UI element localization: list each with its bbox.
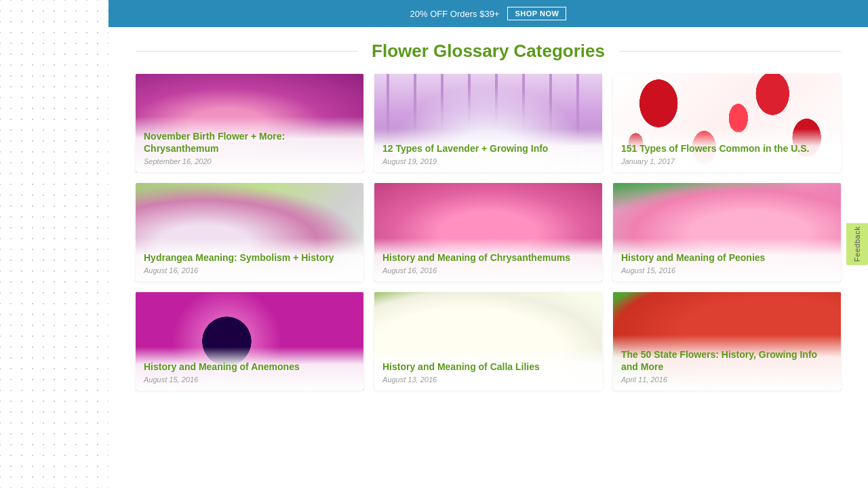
card-anemones[interactable]: History and Meaning of Anemones August 1… xyxy=(136,292,363,390)
card-body-red-flowers: 151 Types of Flowers Common in the U.S. … xyxy=(613,129,841,172)
card-date-chrysanthemum2: August 16, 2016 xyxy=(382,266,594,274)
card-date-red-flowers: January 1, 2017 xyxy=(621,157,833,165)
card-image-wrapper: 151 Types of Flowers Common in the U.S. … xyxy=(613,74,841,172)
card-date-anemones: August 15, 2016 xyxy=(144,375,355,384)
card-title-peonies: History and Meaning of Peonies xyxy=(621,251,833,264)
page-title-container: Flower Glossary Categories xyxy=(136,41,841,62)
card-body-chrysanthemum: November Birth Flower + More: Chrysanthe… xyxy=(136,117,363,172)
card-image-wrapper: History and Meaning of Anemones August 1… xyxy=(136,292,363,390)
card-chrysanthemum[interactable]: November Birth Flower + More: Chrysanthe… xyxy=(136,74,363,172)
card-date-calla-lilies: August 13, 2016 xyxy=(382,375,594,384)
main-content: Flower Glossary Categories November Birt… xyxy=(108,41,868,418)
card-image-wrapper: 12 Types of Lavender + Growing Info Augu… xyxy=(374,74,602,172)
card-title-lavender: 12 Types of Lavender + Growing Info xyxy=(382,142,594,155)
card-image-wrapper: History and Meaning of Peonies August 15… xyxy=(613,183,841,281)
card-image-wrapper: The 50 State Flowers: History, Growing I… xyxy=(613,292,841,390)
card-image-wrapper: History and Meaning of Chrysanthemums Au… xyxy=(374,183,602,281)
feedback-tab[interactable]: Feedback xyxy=(846,223,868,265)
card-date-peonies: August 15, 2016 xyxy=(621,266,833,274)
card-title-chrysanthemum2: History and Meaning of Chrysanthemums xyxy=(382,251,594,264)
card-chrysanthemum2[interactable]: History and Meaning of Chrysanthemums Au… xyxy=(374,183,602,281)
page-title: Flower Glossary Categories xyxy=(358,41,618,62)
card-state-flowers[interactable]: The 50 State Flowers: History, Growing I… xyxy=(613,292,841,390)
card-body-peonies: History and Meaning of Peonies August 15… xyxy=(613,238,841,281)
card-image-wrapper: History and Meaning of Calla Lilies Augu… xyxy=(374,292,602,390)
card-body-hydrangea: Hydrangea Meaning: Symbolism + History A… xyxy=(136,238,363,281)
promo-banner: 20% OFF Orders $39+ SHOP NOW xyxy=(108,0,868,27)
card-lavender[interactable]: 12 Types of Lavender + Growing Info Augu… xyxy=(374,74,602,172)
dot-pattern-background xyxy=(0,0,108,488)
feedback-tab-wrapper[interactable]: Feedback xyxy=(846,223,868,265)
card-image-wrapper: November Birth Flower + More: Chrysanthe… xyxy=(136,74,363,172)
card-body-chrysanthemum2: History and Meaning of Chrysanthemums Au… xyxy=(374,238,602,281)
card-date-state-flowers: April 11, 2016 xyxy=(621,375,833,384)
shop-now-button[interactable]: SHOP NOW xyxy=(507,7,566,20)
card-body-calla-lilies: History and Meaning of Calla Lilies Augu… xyxy=(374,347,602,390)
card-body-state-flowers: The 50 State Flowers: History, Growing I… xyxy=(613,335,841,390)
card-date-hydrangea: August 16, 2016 xyxy=(144,266,355,274)
title-line-right xyxy=(618,51,841,52)
card-date-lavender: August 19, 2019 xyxy=(382,157,594,165)
card-title-chrysanthemum: November Birth Flower + More: Chrysanthe… xyxy=(144,130,355,155)
card-title-state-flowers: The 50 State Flowers: History, Growing I… xyxy=(621,348,833,373)
card-body-anemones: History and Meaning of Anemones August 1… xyxy=(136,347,363,390)
card-date-chrysanthemum: September 16, 2020 xyxy=(144,157,355,165)
card-calla-lilies[interactable]: History and Meaning of Calla Lilies Augu… xyxy=(374,292,602,390)
card-red-flowers[interactable]: 151 Types of Flowers Common in the U.S. … xyxy=(613,74,841,172)
card-peonies[interactable]: History and Meaning of Peonies August 15… xyxy=(613,183,841,281)
card-title-red-flowers: 151 Types of Flowers Common in the U.S. xyxy=(621,142,833,155)
card-image-wrapper: Hydrangea Meaning: Symbolism + History A… xyxy=(136,183,363,281)
title-line-left xyxy=(136,51,358,52)
card-grid: November Birth Flower + More: Chrysanthe… xyxy=(136,74,841,390)
card-hydrangea[interactable]: Hydrangea Meaning: Symbolism + History A… xyxy=(136,183,363,281)
card-title-hydrangea: Hydrangea Meaning: Symbolism + History xyxy=(144,251,355,264)
promo-text: 20% OFF Orders $39+ xyxy=(410,9,500,19)
card-body-lavender: 12 Types of Lavender + Growing Info Augu… xyxy=(374,129,602,172)
card-title-calla-lilies: History and Meaning of Calla Lilies xyxy=(382,361,594,373)
card-title-anemones: History and Meaning of Anemones xyxy=(144,361,355,373)
